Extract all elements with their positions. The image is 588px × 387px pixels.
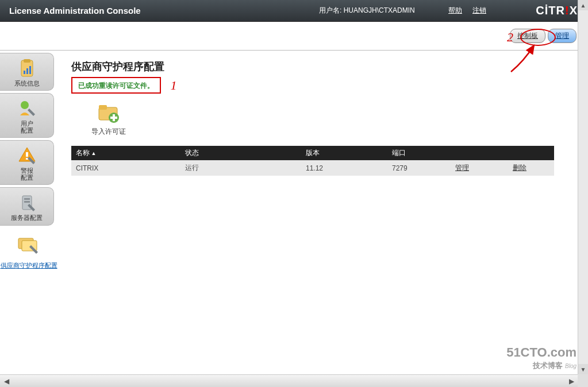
sidebar-item-user[interactable]: 用户 配置 bbox=[0, 93, 54, 138]
dashboard-button[interactable]: 控制板 bbox=[510, 29, 545, 43]
svg-rect-1 bbox=[24, 59, 30, 63]
scroll-left-icon[interactable]: ◀ bbox=[0, 375, 13, 387]
scroll-right-icon[interactable]: ▶ bbox=[565, 375, 578, 387]
svg-rect-10 bbox=[24, 201, 30, 203]
sidebar-item-vendor-daemon[interactable]: 供应商守护程序配置 bbox=[0, 228, 57, 276]
svg-rect-9 bbox=[24, 198, 30, 200]
manage-link[interactable]: 管理 bbox=[455, 164, 469, 172]
import-license-button[interactable]: 导入许可证 bbox=[83, 100, 134, 137]
svg-rect-3 bbox=[26, 68, 28, 74]
sidebar-item-label: 服务器配置 bbox=[11, 214, 43, 221]
scroll-up-icon[interactable]: ▲ bbox=[578, 0, 588, 10]
svg-rect-4 bbox=[29, 66, 31, 74]
vertical-scrollbar[interactable]: ▲ ▼ bbox=[578, 0, 588, 374]
cell-port: 7279 bbox=[387, 160, 451, 176]
help-link[interactable]: 帮助 bbox=[448, 6, 462, 16]
sidebar-item-label: 用户 配置 bbox=[21, 120, 33, 134]
logout-link[interactable]: 注销 bbox=[472, 6, 486, 16]
col-delete bbox=[508, 146, 554, 160]
scroll-down-icon[interactable]: ▼ bbox=[578, 364, 588, 374]
user-wrench-icon bbox=[17, 98, 37, 119]
main-area: 系统信息 用户 配置 警报 配置 服务器配置 供应商守护程序配置 bbox=[0, 51, 588, 374]
svg-rect-14 bbox=[99, 105, 107, 110]
header-links: 帮助 注销 bbox=[448, 6, 486, 16]
folders-wrench-icon bbox=[16, 234, 41, 259]
table-row: CITRIX 运行 11.12 7279 管理 删除 bbox=[71, 160, 554, 176]
sidebar: 系统信息 用户 配置 警报 配置 服务器配置 供应商守护程序配置 bbox=[0, 51, 57, 374]
col-port[interactable]: 端口 bbox=[387, 146, 451, 160]
top-button-row: 2 控制板 管理 bbox=[0, 22, 588, 51]
clipboard-chart-icon bbox=[17, 58, 37, 79]
horizontal-scrollbar[interactable]: ◀ ▶ bbox=[0, 374, 578, 387]
success-message-box: 已成功重读许可证文件。 bbox=[71, 77, 161, 94]
content-area: 供应商守护程序配置 已成功重读许可证文件。 1 导入许可证 名称 状态 版本 端… bbox=[57, 51, 588, 374]
import-license-label: 导入许可证 bbox=[91, 127, 126, 137]
app-header: License Administration Console 用户名: HUAN… bbox=[0, 0, 588, 22]
server-wrench-icon bbox=[17, 192, 37, 213]
page-title: 供应商守护程序配置 bbox=[71, 60, 574, 73]
cell-name: CITRIX bbox=[71, 160, 180, 176]
svg-point-5 bbox=[21, 101, 29, 109]
sidebar-item-server[interactable]: 服务器配置 bbox=[0, 187, 54, 225]
sidebar-item-alerts[interactable]: 警报 配置 bbox=[0, 140, 54, 185]
citrix-logo: CİTR!X bbox=[536, 4, 578, 17]
svg-rect-7 bbox=[26, 158, 28, 160]
success-message: 已成功重读许可证文件。 bbox=[78, 82, 154, 90]
user-label: 用户名: HUANGJH\CTXADMIN bbox=[319, 6, 415, 16]
alert-wrench-icon bbox=[17, 145, 37, 166]
col-name[interactable]: 名称 bbox=[71, 146, 180, 160]
vendor-daemon-table: 名称 状态 版本 端口 CITRIX 运行 11.12 7279 管理 删除 bbox=[71, 146, 554, 176]
sidebar-item-sysinfo[interactable]: 系统信息 bbox=[0, 53, 54, 91]
sidebar-item-label: 供应商守护程序配置 bbox=[1, 261, 57, 270]
cell-status: 运行 bbox=[180, 160, 301, 176]
app-title: License Administration Console bbox=[9, 6, 141, 16]
scrollbar-corner bbox=[578, 374, 588, 387]
sidebar-item-label: 系统信息 bbox=[14, 80, 40, 87]
admin-button[interactable]: 管理 bbox=[548, 29, 577, 43]
delete-link[interactable]: 删除 bbox=[513, 164, 526, 172]
col-status[interactable]: 状态 bbox=[180, 146, 301, 160]
svg-rect-2 bbox=[24, 71, 25, 74]
svg-rect-17 bbox=[110, 117, 117, 119]
col-manage bbox=[451, 146, 508, 160]
folder-plus-icon bbox=[97, 100, 121, 125]
sidebar-item-label: 警报 配置 bbox=[21, 167, 33, 181]
cell-version: 11.12 bbox=[301, 160, 387, 176]
svg-rect-6 bbox=[26, 152, 28, 157]
col-version[interactable]: 版本 bbox=[301, 146, 387, 160]
annotation-1: 1 bbox=[170, 78, 176, 93]
